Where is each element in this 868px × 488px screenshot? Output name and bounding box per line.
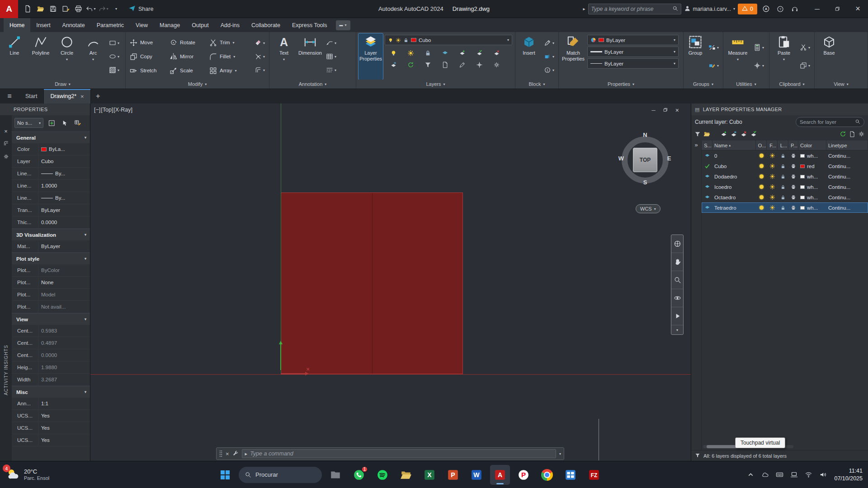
ribbon-button-move[interactable]: Move [128, 36, 168, 50]
close-command-line-icon[interactable]: × [226, 450, 229, 457]
property-row-ucs[interactable]: UCS...Yes [12, 434, 90, 446]
property-value[interactable]: 1.0000 [38, 180, 90, 192]
expand-arrow-icon[interactable]: ▸ [583, 6, 585, 11]
layer-on-toggle[interactable] [756, 185, 767, 189]
redo-button[interactable]: ▾ [98, 3, 109, 15]
ribbon-tab-view[interactable]: View [130, 18, 154, 32]
section-header-3d-visualization[interactable]: 3D Visualization▾ [12, 229, 90, 240]
layer-tool-layersheet[interactable] [439, 48, 451, 58]
tray-keyboard-icon[interactable] [773, 466, 786, 484]
ribbon-panel-title-groups[interactable]: Groups▾ [684, 80, 723, 89]
property-row-ucs[interactable]: UCS...Yes [12, 410, 90, 422]
command-line[interactable]: × ▸ ▾ [216, 447, 564, 460]
taskbar-app-excel[interactable]: X [420, 465, 439, 485]
ribbon-tab-output[interactable]: Output [186, 18, 215, 32]
tray-display-icon[interactable] [787, 466, 801, 484]
select-objects-icon[interactable] [60, 118, 70, 128]
alert-badge[interactable]: 0 [738, 4, 757, 14]
layer-linetype[interactable]: Continu... [826, 184, 868, 190]
section-header-view[interactable]: View▾ [12, 313, 90, 325]
linetype-select[interactable]: ByLayer▾ [587, 58, 679, 69]
property-row-cent[interactable]: Cent...0.4897 [12, 337, 90, 349]
ribbon-button-quickcalc[interactable]: ▾ [752, 42, 766, 52]
ribbon-display-toggle[interactable]: ▬▾ [336, 20, 350, 30]
customize-command-line-icon[interactable] [232, 450, 239, 458]
property-value[interactable]: Cubo [38, 155, 90, 167]
layer-states-button[interactable] [849, 131, 855, 139]
ribbon-button-rotate[interactable]: Rotate [168, 36, 208, 50]
set-current-layer-button[interactable] [750, 131, 757, 139]
ribbon-button-ungroup[interactable]: ▾ [707, 42, 721, 52]
layer-tool-newlayerfrozen[interactable] [387, 60, 399, 70]
ribbon-tab-home[interactable]: Home [4, 18, 30, 32]
ribbon-button-lt[interactable]: ▾ [324, 65, 338, 75]
section-header-general[interactable]: General▾ [12, 131, 90, 143]
taskbar-search[interactable]: Procurar [239, 467, 322, 483]
taskbar-app-filezilla[interactable]: FZ [584, 465, 604, 485]
viewcube-top-face[interactable]: TOP [633, 148, 657, 172]
property-value[interactable]: By... [38, 192, 90, 204]
ribbon-button-explode[interactable]: ▾ [253, 52, 267, 61]
layer-tool-dellayer[interactable] [491, 48, 502, 58]
navbar-showmotion-button[interactable] [671, 307, 683, 325]
layer-color[interactable]: wh... [798, 205, 826, 211]
ribbon-panel-title-modify[interactable]: Modify▾ [126, 80, 269, 89]
ribbon-button-stretch[interactable]: Stretch [128, 64, 168, 78]
drawing-canvas[interactable]: [−] [Top] [X-Ray] ─ × × N W E S TOP WCS▾… [90, 103, 691, 461]
viewport-visual-style-control[interactable]: [X-Ray] [113, 107, 132, 113]
ribbon-panel-title-clipboard[interactable]: Clipboard▾ [769, 80, 814, 89]
layer-tool-sun[interactable] [405, 48, 416, 58]
column-header-f[interactable]: F... [767, 141, 778, 150]
ribbon-button-paste[interactable]: Paste▾ [772, 33, 796, 80]
tab-drawing2[interactable]: Drawing2*× [44, 89, 90, 103]
settings-button[interactable] [858, 131, 865, 139]
property-value[interactable]: 0.5983 [38, 325, 90, 337]
layer-tool-gearsvg[interactable] [491, 60, 502, 70]
plussq-icon[interactable] [48, 120, 55, 127]
ribbon-button-group[interactable]: Group [686, 33, 705, 80]
ribbon-button-fillet[interactable]: Fillet▾ [208, 50, 251, 64]
search-icon[interactable] [855, 119, 860, 124]
layer-freeze-toggle[interactable] [767, 205, 778, 211]
property-row-line[interactable]: Line...1.0000 [12, 180, 90, 192]
delete-layer-button[interactable] [740, 131, 747, 139]
property-value[interactable]: 3.2687 [38, 374, 90, 385]
share-button[interactable]: Share [128, 5, 153, 13]
ribbon-button-arc[interactable]: Arc▾ [81, 33, 105, 80]
window-restore-icon[interactable] [663, 107, 668, 114]
column-header-p[interactable]: P... [788, 141, 798, 150]
ribbon-button-leader[interactable]: ▾ [324, 38, 338, 48]
command-input-box[interactable]: ▸ [242, 449, 556, 458]
property-value[interactable]: None [38, 277, 90, 288]
weather-widget[interactable]: 4 20°C Parc. Ensol [0, 467, 49, 482]
gearsvg-icon[interactable] [3, 154, 9, 160]
layer-search-box[interactable] [796, 117, 864, 127]
property-row-plot[interactable]: Plot...Not avail... [12, 301, 90, 313]
layer-tool-newlayer[interactable] [456, 48, 468, 58]
layer-tool-setcurrent[interactable] [473, 48, 485, 58]
layer-on-toggle[interactable] [756, 195, 767, 199]
layer-row-octaedro[interactable]: Octaedrowh...Continu... [702, 192, 868, 202]
recent-commands-icon[interactable]: ▾ [559, 452, 561, 456]
taskbar-app-chrome[interactable] [537, 465, 557, 485]
property-value[interactable]: 0.0000 [38, 216, 90, 228]
ribbon-button-copy[interactable]: Copy [128, 50, 168, 64]
column-header-name[interactable]: Name ▴ [712, 141, 756, 150]
layer-plot-toggle[interactable] [788, 164, 798, 169]
ribbon-panel-title-view[interactable]: View▾ [815, 80, 868, 89]
property-row-mat[interactable]: Mat...ByLayer [12, 240, 90, 253]
viewport-minimize-control[interactable]: [−] [94, 107, 100, 113]
property-row-cent[interactable]: Cent...0.0000 [12, 349, 90, 361]
column-header-s[interactable]: S... [702, 141, 712, 150]
ribbon-button-array[interactable]: Array▾ [208, 64, 251, 78]
layer-on-toggle[interactable] [756, 206, 767, 210]
help-search-input[interactable] [591, 6, 670, 12]
layer-lock-toggle[interactable] [778, 184, 788, 190]
layer-row-icoedro[interactable]: Icoedrowh...Continu... [702, 182, 868, 192]
undo-button[interactable]: ▾ [85, 3, 97, 15]
restore-button[interactable] [827, 0, 848, 18]
color-select[interactable]: ByLayer▾ [587, 35, 679, 45]
compass-north[interactable]: N [641, 131, 650, 138]
property-value[interactable]: 1.9880 [38, 361, 90, 373]
window-close-icon[interactable]: × [675, 107, 679, 114]
